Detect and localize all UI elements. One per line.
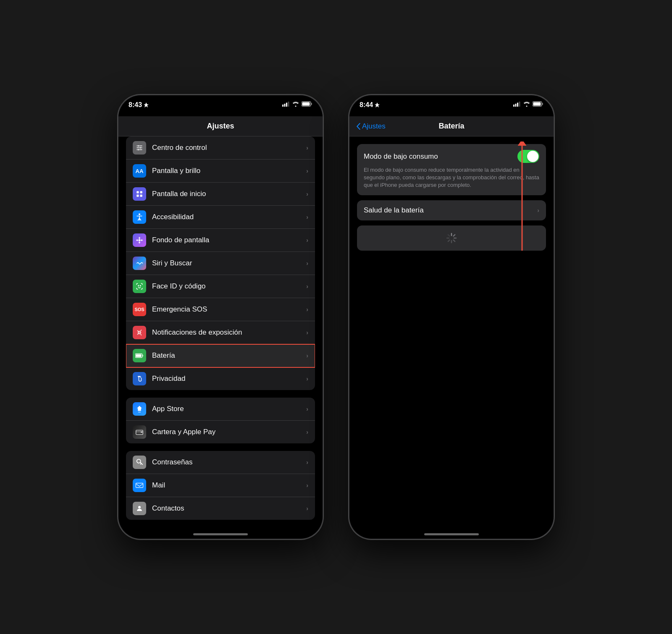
list-item-faceid[interactable]: Face ID y código › [126, 275, 315, 298]
loading-card [357, 225, 546, 251]
list-item-appstore[interactable]: App Store › [126, 398, 315, 421]
wifi-icon-1 [292, 102, 299, 107]
flower-icon [136, 236, 143, 244]
status-icons-1 [282, 101, 312, 107]
svg-rect-0 [282, 105, 284, 107]
store-icon [136, 405, 143, 413]
sos-icon: SOS [133, 303, 146, 316]
low-power-label: Modo de bajo consumo [364, 152, 438, 161]
list-item-contrasenas[interactable]: Contraseñas › [126, 451, 315, 474]
list-item-pantalla[interactable]: AA Pantalla y brillo › [126, 160, 315, 183]
cartera-chevron: › [306, 429, 308, 435]
svg-point-29 [139, 332, 140, 333]
inicio-chevron: › [306, 191, 308, 197]
battery-list-icon [135, 353, 144, 358]
nav-bar-2: Ajustes Batería [349, 116, 554, 136]
pantalla-label: Pantalla y brillo [152, 167, 300, 175]
low-power-desc: El modo de bajo consumo reduce temporalm… [364, 166, 539, 189]
page-title-2: Batería [438, 122, 464, 131]
centro-chevron: › [306, 144, 308, 151]
list-item-accesibilidad[interactable]: Accesibilidad › [126, 206, 315, 229]
svg-rect-31 [142, 355, 143, 356]
svg-point-25 [141, 239, 143, 241]
battery-health-row[interactable]: Salud de la batería › [357, 200, 546, 220]
inicio-label: Pantalla de inicio [152, 190, 300, 198]
svg-rect-17 [140, 191, 142, 193]
list-item-privacidad[interactable]: Privacidad › [126, 367, 315, 390]
expo-icon [133, 326, 146, 339]
centro-icon [133, 141, 146, 155]
page-title-1: Ajustes [207, 122, 234, 131]
nav-bar-1: Ajustes [118, 116, 323, 136]
low-power-card: Modo de bajo consumo El modo de bajo con… [357, 144, 546, 195]
time-display-1: 8:43 [129, 101, 142, 109]
back-chevron-icon [356, 123, 360, 130]
svg-rect-37 [136, 483, 143, 488]
battery-icon-2 [533, 101, 543, 107]
settings-group-2: App Store › Cartera y Apple Pay › [126, 398, 315, 443]
list-item-siri[interactable]: Siri y Buscar › [126, 252, 315, 275]
signal-icon-1 [282, 102, 290, 107]
faceid-chevron: › [306, 283, 308, 290]
location-icon-2 [375, 102, 380, 107]
svg-line-50 [448, 234, 450, 236]
appstore-label: App Store [152, 405, 300, 413]
accessibility-icon [135, 213, 144, 221]
faceid-label: Face ID y código [152, 282, 300, 291]
content-1: Centro de control › AA Pantalla y brillo… [118, 136, 323, 539]
appstore-chevron: › [306, 406, 308, 412]
svg-rect-42 [519, 102, 520, 107]
mail-label: Mail [152, 481, 300, 490]
mail-icon [135, 482, 144, 488]
svg-rect-9 [136, 149, 142, 150]
svg-rect-40 [515, 104, 517, 107]
privacidad-chevron: › [306, 375, 308, 382]
siri-icon [133, 257, 146, 270]
notch-2 [420, 95, 483, 109]
location-icon-1 [144, 102, 149, 107]
svg-point-22 [139, 237, 140, 239]
list-item-bateria[interactable]: Batería › [126, 344, 315, 367]
expo-chevron: › [306, 329, 308, 336]
battery-health-label: Salud de la batería [364, 206, 424, 215]
list-item-mail[interactable]: Mail › [126, 474, 315, 497]
list-item-inicio[interactable]: Pantalla de inicio › [126, 183, 315, 206]
faceid-icon [133, 280, 146, 293]
svg-rect-19 [140, 195, 142, 197]
phone-2: 8:44 [349, 94, 554, 540]
home-indicator-2 [424, 533, 479, 535]
contactos-chevron: › [306, 505, 308, 512]
list-item-centro[interactable]: Centro de control › [126, 136, 315, 160]
notch-1 [189, 95, 252, 109]
sliders-icon [136, 144, 143, 152]
svg-point-26 [138, 286, 139, 286]
pantalla-chevron: › [306, 168, 308, 174]
list-item-sos[interactable]: SOS Emergencia SOS › [126, 298, 315, 321]
signal-icon-2 [513, 102, 521, 107]
svg-point-20 [139, 213, 140, 215]
svg-line-51 [454, 240, 455, 241]
settings-group-3: Contraseñas › Mail › [126, 451, 315, 520]
svg-point-38 [138, 506, 141, 508]
phone-1: 8:43 [118, 94, 323, 540]
toggle-thumb [527, 151, 538, 162]
back-button-2[interactable]: Ajustes [356, 122, 386, 131]
svg-point-13 [140, 147, 141, 149]
contrasenas-icon [133, 456, 146, 469]
contacts-icon [136, 505, 143, 512]
svg-point-24 [136, 239, 138, 241]
home-indicator-1 [193, 533, 248, 535]
svg-rect-16 [136, 191, 139, 193]
list-item-fondo[interactable]: Fondo de pantalla › [126, 229, 315, 252]
list-item-cartera[interactable]: Cartera y Apple Pay › [126, 421, 315, 443]
low-power-toggle[interactable] [517, 150, 539, 163]
fondo-icon [133, 233, 146, 247]
list-item-contactos[interactable]: Contactos › [126, 497, 315, 520]
spinner-icon [446, 232, 457, 244]
svg-rect-39 [513, 105, 514, 107]
time-1: 8:43 [129, 101, 149, 109]
list-item-expo[interactable]: Notificaciones de exposición › [126, 321, 315, 344]
key-icon [136, 458, 143, 466]
settings-group-1: Centro de control › AA Pantalla y brillo… [126, 136, 315, 390]
bateria-chevron: › [306, 352, 308, 359]
